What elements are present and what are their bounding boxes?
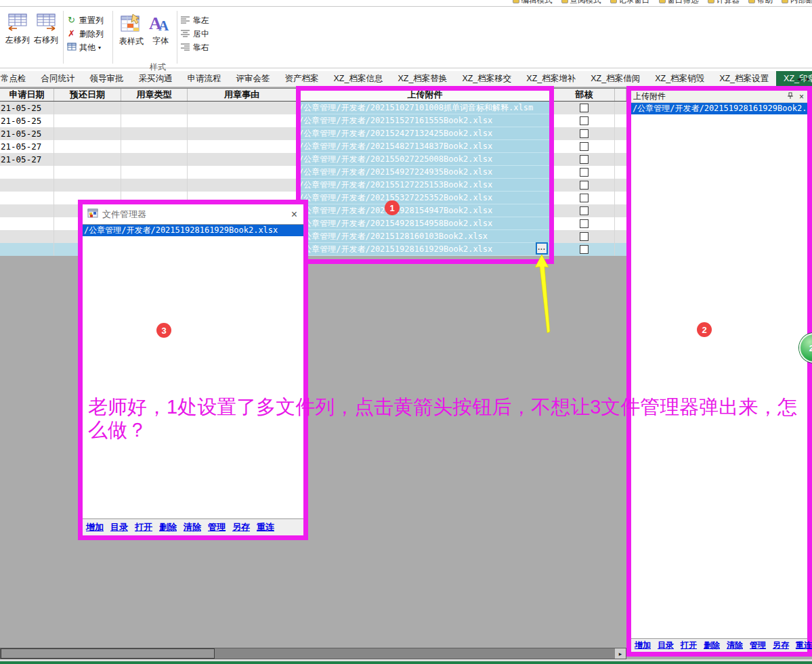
panel-close-icon[interactable]: × (799, 92, 804, 102)
audit-checkbox[interactable] (580, 194, 589, 202)
table-row[interactable]: /公章管理/开发者/202155127225153Book2.xlsx (0, 179, 626, 192)
dialog-action-link[interactable]: 目录 (110, 521, 128, 533)
panel-selected-file[interactable]: /公章管理/开发者/202151928161929Book2.xlsx (631, 103, 807, 114)
table-style-button[interactable]: 表样式 (116, 9, 147, 47)
sheet-tab[interactable]: XZ_档案增补× (519, 71, 583, 87)
cell-attachment-file[interactable]: /公章管理/开发者/202151027101008抓单词音标和解释.xlsm (297, 102, 554, 114)
panel-action-link[interactable]: 增加 (635, 640, 651, 651)
audit-checkbox[interactable] (580, 155, 589, 164)
cell-audit (554, 192, 615, 204)
sheet-tab[interactable]: XZ_档案借阅× (583, 71, 647, 87)
dialog-action-link[interactable]: 管理 (208, 521, 226, 533)
table-row[interactable]: 21-05-27 /公章管理/开发者/202155027225008Book2.… (0, 153, 626, 166)
sheet-tab[interactable]: XZ_档案信息× (326, 71, 391, 87)
header-apply-date[interactable]: 申请日期 (0, 89, 54, 101)
menubar-item[interactable]: 查阅模式 (561, 0, 601, 5)
menubar-item[interactable]: 计算器 (708, 0, 740, 5)
table-row[interactable]: 21-05-25 /公章管理/开发者/202151527161555Book2.… (0, 114, 626, 127)
table-row[interactable]: 21-05-27 /公章管理/开发者/202154827134837Book2.… (0, 140, 626, 153)
audit-checkbox[interactable] (580, 116, 589, 125)
cell-attachment-file[interactable]: /公章管理/开发者/20215128160103Book2.xlsx (297, 230, 554, 243)
audit-checkbox[interactable] (580, 104, 589, 112)
panel-action-link[interactable]: 另存 (773, 640, 789, 651)
sheet-tab[interactable]: 评审会签× (229, 71, 278, 87)
header-seal-reason[interactable]: 用章事由 (188, 89, 297, 101)
delete-column-button[interactable]: ✗ 删除列 (66, 28, 110, 39)
cell-attachment-file[interactable]: /公章管理/开发者/202151527161555Book2.xlsx (297, 114, 554, 127)
sheet-tab[interactable]: 常点检× (0, 71, 34, 87)
cell-due-date (54, 153, 121, 166)
dialog-action-link[interactable]: 增加 (86, 521, 104, 533)
menubar-item[interactable]: 记录窗口 (610, 0, 650, 5)
tab-scroll-right-icon[interactable]: ▸ (806, 74, 810, 83)
panel-action-link[interactable]: 清除 (727, 640, 743, 651)
audit-checkbox[interactable] (580, 168, 589, 177)
cell-attachment-file[interactable]: /公章管理/开发者/202154928154958Book2.xlsx (297, 217, 554, 230)
sheet-tab[interactable]: 资产档案× (278, 71, 326, 87)
panel-action-link[interactable]: 目录 (658, 640, 674, 651)
move-column-right-button[interactable]: 右移列 (32, 9, 60, 46)
sheet-tab[interactable]: 采买沟通× (131, 71, 180, 87)
dialog-action-link[interactable]: 删除 (159, 521, 177, 533)
dialog-action-link[interactable]: 清除 (184, 521, 201, 533)
dialog-action-link[interactable]: 重连 (257, 521, 274, 533)
audit-checkbox[interactable] (580, 245, 589, 254)
audit-checkbox[interactable] (580, 232, 589, 241)
align-center-button[interactable]: 居中 (180, 28, 218, 39)
align-left-button[interactable]: 靠左 (180, 15, 218, 26)
sheet-tab[interactable]: XZ_档案销毁× (647, 71, 712, 87)
dialog-selected-file[interactable]: /公章管理/开发者/202151928161929Book2.xlsx (83, 225, 303, 236)
cell-attachment-file[interactable]: /公章管理/开发者/202154827134837Book2.xlsx (297, 140, 554, 153)
sheet-tab[interactable]: XZ_档案设置× (712, 71, 776, 87)
audit-checkbox[interactable] (580, 129, 589, 138)
sheet-tab[interactable]: XZ_档案替换× (390, 71, 454, 87)
table-row[interactable]: 21-05-25 /公章管理/开发者/202152427132425Book2.… (0, 127, 626, 140)
other-columns-button[interactable]: 其他 ▾ (66, 42, 110, 53)
panel-titlebar[interactable]: 上传附件 × (631, 91, 807, 103)
menubar-item[interactable]: 内部邮件 (782, 0, 812, 5)
sheet-tab[interactable]: 申请流程× (180, 71, 229, 87)
menubar-item[interactable]: 窗口筛选 (659, 0, 699, 5)
sheet-tab[interactable]: 合同统计× (34, 71, 83, 87)
audit-checkbox[interactable] (580, 219, 589, 228)
horizontal-scrollbar[interactable]: ▸ (0, 648, 626, 659)
cell-attachment-file[interactable]: /公章管理/开发者/202155027225008Book2.xlsx (297, 153, 554, 166)
sheet-tab[interactable]: XZ_档案移交× (454, 71, 519, 87)
dialog-close-icon[interactable]: × (291, 209, 297, 220)
scrollbar-right-arrow[interactable]: ▸ (615, 648, 626, 659)
panel-action-link[interactable]: 删除 (704, 640, 720, 651)
cell-attachment-file[interactable]: /公章管理/开发者/202151928154947Book2.xlsx (297, 204, 554, 217)
tab-scroll-left-icon[interactable]: ◂ (797, 74, 801, 83)
cell-audit (554, 153, 615, 166)
table-row[interactable]: 21-05-25 /公章管理/开发者/202151027101008抓单词音标和… (0, 102, 626, 114)
table-row[interactable]: /公章管理/开发者/202154927224935Book2.xlsx (0, 166, 626, 179)
cell-attachment-file[interactable]: /公章管理/开发者/202151928161929Book2.xlsx (297, 243, 554, 256)
attachment-ellipsis-button[interactable]: ... (536, 242, 548, 254)
panel-action-link[interactable]: 管理 (750, 640, 766, 651)
header-audit[interactable]: 部核 (554, 89, 615, 101)
header-attachment[interactable]: 上传附件 (297, 89, 554, 101)
audit-checkbox[interactable] (580, 181, 589, 190)
align-right-button[interactable]: 靠右 (180, 42, 218, 53)
cell-attachment-file[interactable]: /公章管理/开发者/202155327225352Book2.xlsx (297, 192, 554, 204)
cell-attachment-file[interactable]: /公章管理/开发者/202154927224935Book2.xlsx (297, 166, 554, 179)
cell-attachment-file[interactable]: /公章管理/开发者/202152427132425Book2.xlsx (297, 127, 554, 140)
scrollbar-thumb[interactable] (1, 648, 215, 659)
move-column-left-button[interactable]: 左移列 (3, 9, 32, 46)
dialog-titlebar[interactable]: 文件管理器 × (83, 204, 303, 225)
menubar-item[interactable]: 帮助 (748, 0, 773, 5)
dialog-action-link[interactable]: 另存 (232, 521, 250, 533)
header-seal-type[interactable]: 用章类型 (121, 89, 188, 101)
sheet-tab[interactable]: 领导审批× (83, 71, 131, 87)
audit-checkbox[interactable] (580, 142, 589, 151)
panel-action-link[interactable]: 打开 (681, 640, 697, 651)
header-due-date[interactable]: 预还日期 (54, 89, 121, 101)
menubar-item[interactable]: 编辑模式 (513, 0, 553, 5)
dialog-action-link[interactable]: 打开 (135, 521, 152, 533)
cell-attachment-file[interactable]: /公章管理/开发者/202155127225153Book2.xlsx (297, 179, 554, 192)
panel-action-link[interactable]: 重连 (796, 640, 812, 651)
font-button[interactable]: AA 字体 (147, 9, 174, 47)
pin-icon[interactable] (787, 92, 794, 102)
reset-columns-button[interactable]: ↻ 重置列 (66, 15, 110, 26)
audit-checkbox[interactable] (580, 206, 589, 215)
